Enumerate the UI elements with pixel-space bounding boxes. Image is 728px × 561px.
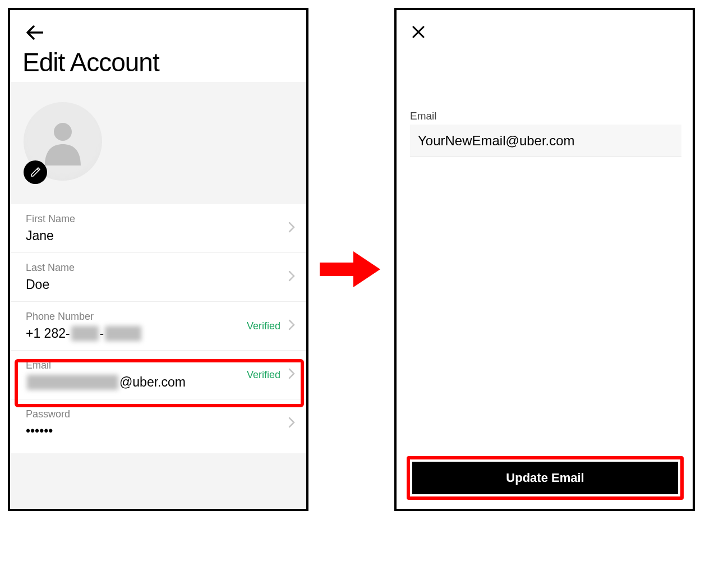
avatar-wrap [24,102,102,181]
page-title: Edit Account [22,47,159,77]
password-value: •••••• [26,424,291,439]
flow-arrow-annotation [320,247,381,292]
chevron-right-icon [288,270,295,284]
arrow-right-icon [320,247,381,292]
pencil-icon [30,167,41,178]
chevron-right-icon [288,319,295,333]
empty-area [10,453,306,509]
chevron-right-icon [288,417,295,430]
last-name-row[interactable]: Last Name Doe [10,253,306,302]
first-name-row[interactable]: First Name Jane [10,204,306,253]
phone-verified-badge: Verified [247,320,280,332]
update-email-button[interactable]: Update Email [412,462,678,494]
phone-row[interactable]: Phone Number +1 282-███-████ Verified [10,302,306,351]
email-verified-badge: Verified [247,369,280,381]
update-email-screen: Email Update Email [394,8,695,511]
edit-account-screen: Edit Account First Name Jane Last N [8,8,308,511]
password-label: Password [26,408,291,420]
back-button[interactable] [25,22,45,43]
chevron-right-icon [288,222,295,235]
account-fields: First Name Jane Last Name Doe Phone Numb… [10,204,306,448]
chevron-right-icon [288,368,295,381]
last-name-label: Last Name [26,262,291,274]
close-button[interactable] [410,24,427,40]
profile-section [10,82,306,204]
arrow-left-icon [26,25,43,40]
email-field[interactable] [410,125,681,157]
email-row[interactable]: Email ██████████@uber.com Verified [10,351,306,399]
last-name-value: Doe [26,277,291,292]
person-icon [40,116,85,167]
first-name-label: First Name [26,213,291,225]
close-icon [412,26,425,38]
edit-avatar-button[interactable] [24,160,47,184]
password-row[interactable]: Password •••••• [10,399,306,448]
first-name-value: Jane [26,228,291,243]
email-field-label: Email [410,110,437,122]
update-button-highlight-annotation: Update Email [407,456,684,500]
